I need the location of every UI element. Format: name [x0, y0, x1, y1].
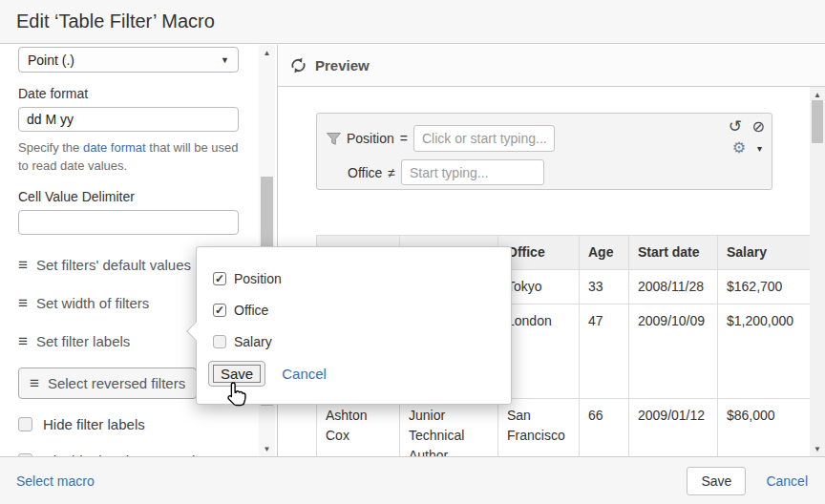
- scroll-up-icon[interactable]: ▲: [259, 46, 275, 59]
- popup-option-salary: ✓ Salary: [213, 334, 272, 349]
- table-cell: $162,700: [718, 270, 812, 304]
- table-header-cell[interactable]: Start date: [629, 236, 718, 270]
- scroll-up-icon[interactable]: ▲: [810, 88, 825, 101]
- filter-name: Position: [347, 131, 394, 146]
- hide-filter-labels-row: ✓ Hide filter labels: [18, 416, 258, 432]
- filter-row-office: Office ≠: [348, 159, 544, 185]
- filter-box: Position = Office ≠ ↺ ⊘ ⚙ ▾: [316, 113, 772, 190]
- table-cell: $86,000: [718, 399, 812, 457]
- table-cell: San Francisco: [498, 399, 580, 457]
- hamburger-icon: ≡: [18, 257, 28, 273]
- save-button[interactable]: Save: [687, 467, 746, 495]
- hamburger-icon: ≡: [18, 295, 28, 311]
- select-reversed-filters-button[interactable]: ≡ Select reversed filters: [18, 368, 197, 399]
- decimal-separator-select[interactable]: Point (.) ▼: [18, 47, 239, 73]
- popup-save-button[interactable]: Save: [208, 361, 265, 387]
- option-label: Salary: [234, 334, 272, 349]
- cancel-link[interactable]: Cancel: [766, 473, 808, 489]
- table-header-cell[interactable]: Salary: [718, 236, 812, 270]
- popup-cancel-link[interactable]: Cancel: [282, 366, 327, 382]
- popup-option-position: ✓ Position: [213, 271, 282, 286]
- set-filter-labels-action[interactable]: ≡ Set filter labels: [18, 333, 130, 349]
- action-label: Select reversed filters: [48, 375, 185, 391]
- table-cell: 2009/10/09: [629, 304, 718, 399]
- hide-filter-labels-checkbox[interactable]: ✓: [18, 417, 32, 431]
- dialog-footer: Select macro Save Cancel: [0, 456, 825, 504]
- table-cell: Ashton Cox: [317, 399, 400, 457]
- funnel-icon: [327, 133, 341, 145]
- set-width-of-filters-action[interactable]: ≡ Set width of filters: [18, 295, 149, 311]
- cell-delimiter-input[interactable]: [18, 210, 239, 235]
- preview-header: Preview: [278, 45, 825, 87]
- scroll-down-icon[interactable]: ▼: [810, 442, 825, 455]
- refresh-icon[interactable]: [290, 57, 307, 74]
- salary-checkbox[interactable]: ✓: [213, 335, 226, 348]
- save-button-label: Save: [214, 366, 260, 382]
- check-icon: ✓: [215, 273, 224, 284]
- set-default-values-action[interactable]: ≡ Set filters' default values: [18, 257, 191, 273]
- popup-option-office: ✓ Office: [213, 303, 268, 318]
- dialog-header: Edit ‘Table Filter’ Macro: [0, 0, 825, 44]
- table-cell: 47: [580, 304, 629, 399]
- table-cell: 2009/01/12: [629, 399, 718, 457]
- cell-delimiter-label: Cell Value Delimiter: [18, 189, 258, 204]
- decimal-separator-value: Point (.): [28, 52, 74, 68]
- footer-actions: Save Cancel: [687, 467, 808, 495]
- filter-operator: =: [400, 131, 408, 146]
- position-filter-input[interactable]: [413, 125, 555, 152]
- date-format-link[interactable]: date format: [83, 140, 146, 155]
- reversed-filters-popup: ✓ Position ✓ Office ✓ Salary Save Cancel: [196, 246, 512, 405]
- table-row: Ashton Cox Junior Technical Author San F…: [317, 399, 812, 457]
- table-header-cell[interactable]: Age: [580, 236, 629, 270]
- scroll-down-icon[interactable]: ▼: [259, 442, 275, 455]
- undo-icon[interactable]: ↺: [729, 118, 742, 135]
- table-cell: $1,200,000: [718, 304, 812, 399]
- edit-macro-dialog: Edit ‘Table Filter’ Macro Point (.) ▼ Da…: [0, 0, 825, 504]
- table-cell: 33: [580, 270, 629, 304]
- filter-operator: ≠: [388, 165, 395, 180]
- hamburger-icon: ≡: [30, 375, 39, 391]
- action-label: Set width of filters: [36, 295, 149, 311]
- check-icon: ✓: [215, 304, 224, 316]
- table-cell: Junior Technical Author: [400, 399, 498, 457]
- table-cell: 66: [580, 399, 629, 457]
- option-label: Office: [234, 303, 268, 318]
- help-text-prefix: Specify the: [18, 140, 83, 155]
- action-label: Set filters' default values: [36, 257, 191, 273]
- hamburger-icon: ≡: [18, 333, 28, 349]
- date-format-help: Specify the date format that will be use…: [18, 139, 241, 176]
- filter-row-position: Position =: [327, 125, 555, 152]
- chevron-down-icon: ▼: [221, 55, 229, 65]
- date-format-label: Date format: [18, 86, 258, 101]
- select-macro-link[interactable]: Select macro: [16, 473, 95, 489]
- gear-icon[interactable]: ⚙: [732, 140, 746, 156]
- dialog-title: Edit ‘Table Filter’ Macro: [16, 10, 215, 32]
- position-checkbox[interactable]: ✓: [213, 272, 226, 285]
- scrollbar-thumb[interactable]: [812, 100, 823, 143]
- popup-actions: Save Cancel: [208, 361, 327, 387]
- gear-dropdown-caret-icon[interactable]: ▾: [757, 144, 762, 154]
- option-label: Position: [234, 271, 282, 286]
- office-checkbox[interactable]: ✓: [213, 304, 226, 317]
- filter-name: Office: [348, 165, 382, 180]
- table-cell: 2008/11/28: [629, 270, 718, 304]
- action-label: Set filter labels: [36, 333, 130, 349]
- office-filter-input[interactable]: [401, 159, 544, 185]
- preview-title: Preview: [315, 57, 370, 74]
- date-format-input[interactable]: [18, 107, 239, 132]
- clear-filters-icon[interactable]: ⊘: [752, 119, 765, 135]
- preview-scrollbar[interactable]: ▲ ▼: [810, 87, 825, 456]
- checkbox-label: Hide filter labels: [43, 416, 145, 432]
